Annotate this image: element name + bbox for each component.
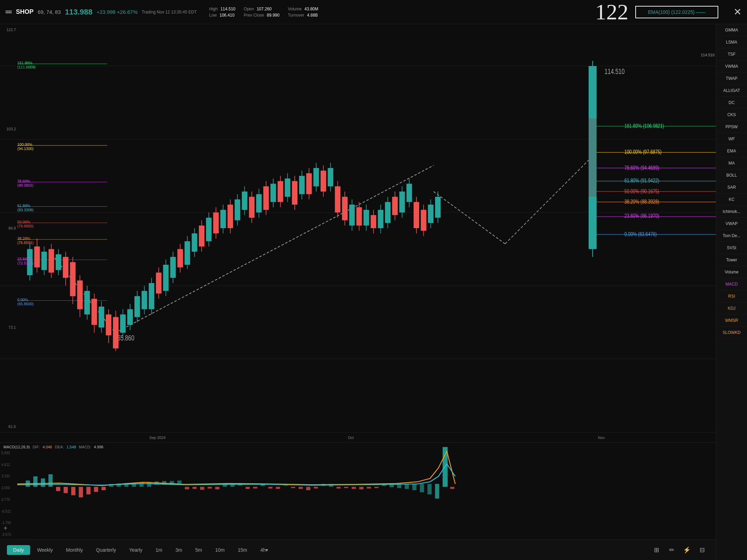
handwritten-annotation: 122: [595, 0, 628, 25]
macd-panel: MACD(12,26,9) DIF: 4.046 DEA: 1.548 MACD…: [0, 442, 716, 539]
svg-rect-167: [185, 487, 189, 489]
svg-text:50.00% (90.1675): 50.00% (90.1675): [625, 188, 659, 194]
sidebar-item-cks[interactable]: CKS: [716, 109, 747, 121]
stat-group-open-close: Open 107.260 Prev Close 89.990: [244, 7, 279, 18]
svg-rect-170: [208, 487, 212, 488]
stat-row-low: Low 106.410: [209, 13, 236, 18]
sidebar-item-volume[interactable]: Volume: [716, 266, 747, 278]
svg-rect-145: [589, 118, 597, 197]
high-label: High: [209, 7, 218, 11]
low-value: 106.410: [220, 13, 234, 18]
sidebar-item-vwma[interactable]: VWMA: [716, 60, 747, 73]
svg-rect-181: [291, 487, 295, 488]
open-label: Open: [244, 7, 254, 11]
macd-dif-label: DIF:: [33, 445, 40, 449]
indicator-tool-btn[interactable]: ⚡: [680, 543, 694, 557]
svg-rect-178: [268, 487, 273, 488]
svg-rect-198: [420, 484, 424, 492]
sidebar-item-slowkd[interactable]: SLOWKD: [716, 327, 747, 339]
macd-dea-label: DEA:: [55, 445, 64, 449]
sidebar-item-gmma[interactable]: GMMA: [716, 24, 747, 36]
svg-rect-171: [215, 487, 219, 489]
plus-button[interactable]: +: [3, 524, 8, 532]
svg-rect-197: [412, 484, 416, 490]
sidebar-item-ppsw[interactable]: PPSW: [716, 121, 747, 133]
svg-rect-149: [48, 474, 53, 487]
time-label-sep: Sep 2024: [149, 436, 166, 440]
svg-rect-191: [367, 487, 371, 488]
sidebar-item-ichimok[interactable]: Ichimok...: [716, 206, 747, 218]
ticker-price: 113.988: [65, 8, 93, 17]
timeframe-btn-monthly[interactable]: Monthly: [60, 545, 89, 555]
sidebar-item-twap[interactable]: TWAP: [716, 73, 747, 85]
bottom-toolbar: DailyWeeklyMonthlyQuarterlyYearly1m3m5m1…: [0, 539, 716, 560]
main-area: 122.7 103.2 86.8 73.1 61.5 161.80% (111.…: [0, 24, 747, 560]
sidebar-item-boll[interactable]: BOLL: [716, 169, 747, 181]
macd-level-5: -0.511: [1, 510, 11, 513]
svg-rect-155: [94, 487, 98, 492]
sidebar-item-alligat[interactable]: ALLIGAT: [716, 85, 747, 97]
draw-tool-btn[interactable]: ✏: [665, 543, 679, 557]
sidebar-item-ema[interactable]: EMA: [716, 145, 747, 157]
stat-row-open: Open 107.260: [244, 7, 279, 11]
svg-rect-189: [352, 487, 356, 489]
svg-rect-179: [276, 487, 280, 489]
right-sidebar: GMMALSMATSFVWMATWAPALLIGATDCCKSPPSWWFEMA…: [716, 24, 747, 560]
svg-text:100.00% (97.6875): 100.00% (97.6875): [625, 149, 662, 155]
close-button[interactable]: ✕: [734, 6, 741, 18]
sidebar-item-svsi[interactable]: SVSI: [716, 242, 747, 254]
sidebar-item-tower[interactable]: Tower: [716, 254, 747, 266]
svg-rect-176: [253, 487, 257, 488]
svg-text:61.80% (91.9422): 61.80% (91.9422): [625, 178, 659, 184]
timeframe-btn-weekly[interactable]: Weekly: [31, 545, 59, 555]
sidebar-item-macd[interactable]: MACD: [716, 278, 747, 290]
timeframe-btn-daily[interactable]: Daily: [7, 545, 30, 555]
sidebar-item-tomde[interactable]: Tom De...: [716, 230, 747, 242]
timeframe-btn-quarterly[interactable]: Quarterly: [90, 545, 122, 555]
timeframe-btn-yearly[interactable]: Yearly: [123, 545, 148, 555]
timeframe-btn-1m[interactable]: 1m: [149, 545, 168, 555]
sidebar-item-kdj[interactable]: KDJ: [716, 302, 747, 315]
svg-rect-169: [200, 487, 204, 489]
time-label-oct: Oct: [348, 436, 354, 440]
timeframe-btn-3m[interactable]: 3m: [169, 545, 188, 555]
svg-rect-188: [344, 487, 348, 488]
chart-container: 122.7 103.2 86.8 73.1 61.5 161.80% (111.…: [0, 24, 716, 560]
menu-icon[interactable]: [6, 11, 12, 13]
timeframe-btn-10m[interactable]: 10m: [209, 545, 231, 555]
stat-row-turnover: Turnover 4.88B: [288, 13, 318, 18]
timeframe-btn-5m[interactable]: 5m: [189, 545, 208, 555]
svg-rect-154: [86, 487, 91, 494]
macd-level-bottom: -3.072: [1, 533, 11, 536]
header-stats: High 114.510 Low 106.410 Open 107.260 Pr…: [209, 7, 319, 18]
sidebar-item-lsma[interactable]: LSMA: [716, 36, 747, 48]
stat-group-volume: Volume 43.80M Turnover 4.88B: [288, 7, 318, 18]
stat-row-high: High 114.510: [209, 7, 236, 11]
timeframe-btn-4h[interactable]: 4h▾: [254, 545, 275, 555]
chart-main[interactable]: 122.7 103.2 86.8 73.1 61.5 161.80% (111.…: [0, 24, 716, 432]
timeframe-btn-15m[interactable]: 15m: [231, 545, 253, 555]
sidebar-item-kc[interactable]: KC: [716, 194, 747, 206]
svg-text:23.60% (86.1970): 23.60% (86.1970): [625, 213, 659, 219]
svg-rect-184: [314, 487, 318, 488]
svg-rect-187: [336, 487, 341, 488]
sidebar-item-ma[interactable]: MA: [716, 157, 747, 169]
sidebar-item-tsf[interactable]: TSF: [716, 48, 747, 60]
layout-tool-btn[interactable]: ⊟: [695, 543, 709, 557]
svg-rect-156: [102, 487, 106, 490]
macd-svg: [17, 443, 716, 539]
svg-rect-168: [193, 487, 197, 489]
svg-text:65.860: 65.860: [117, 334, 134, 342]
ticker-numbers: 69, 74, 83: [38, 9, 61, 15]
sidebar-item-wmsr[interactable]: WMSR: [716, 315, 747, 327]
candlestick-chart[interactable]: 65.860 114.510 161.80% (106.9821) 100.00…: [0, 24, 716, 432]
sidebar-item-vwap[interactable]: VWAP: [716, 218, 747, 230]
panel-toggle-btn[interactable]: ⊞: [649, 543, 663, 557]
sidebar-item-wf[interactable]: WF: [716, 133, 747, 145]
sidebar-item-rsi[interactable]: RSI: [716, 290, 747, 302]
sidebar-item-sar[interactable]: SAR: [716, 181, 747, 194]
sidebar-item-dc[interactable]: DC: [716, 97, 747, 109]
volume-value: 43.80M: [304, 7, 318, 11]
time-label-nov: Nov: [598, 436, 605, 440]
macd-level-top: 5.892: [1, 451, 11, 455]
